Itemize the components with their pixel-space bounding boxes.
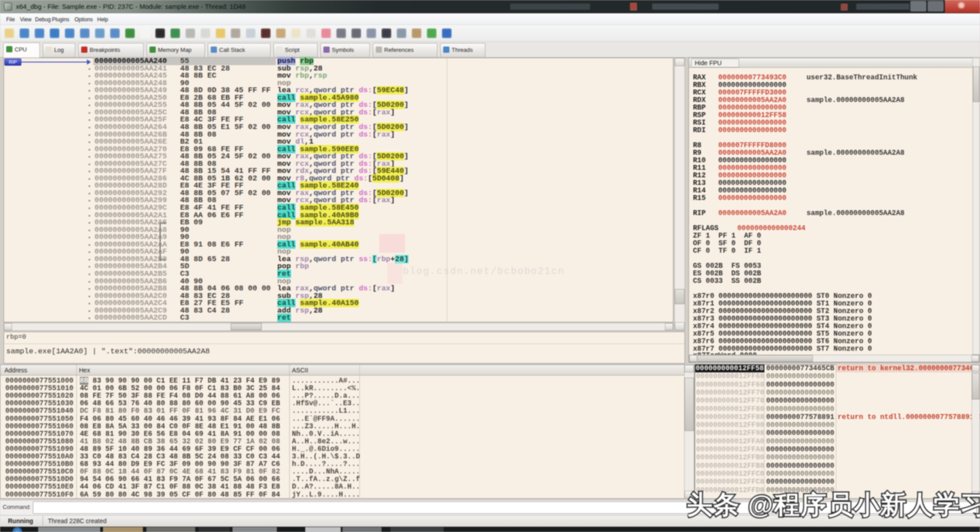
svg-text:头条 @程序员小新人学习: 头条 @程序员小新人学习	[687, 490, 980, 519]
